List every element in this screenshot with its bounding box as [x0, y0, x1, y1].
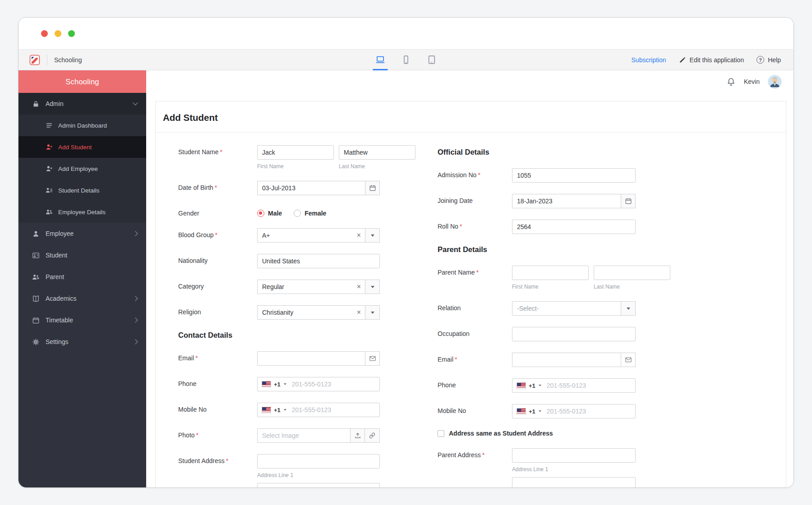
field-label: Phone	[438, 378, 512, 393]
parent-address-line2-input[interactable]	[512, 477, 636, 487]
sidebar-item-label: Add Employee	[58, 165, 98, 172]
same-address-checkbox[interactable]	[438, 430, 444, 437]
sidebar-item-settings[interactable]: Settings	[18, 331, 146, 353]
radio-selected-icon	[257, 210, 264, 217]
admission-no-input[interactable]	[512, 168, 636, 183]
builder-toolbar: Schooling Subscription Edit this applica…	[18, 49, 794, 70]
field-admission-no: Admission No*	[438, 168, 786, 183]
student-mobile-input[interactable]: +1 201-555-0123	[257, 403, 380, 417]
calendar-picker-button[interactable]	[365, 181, 380, 195]
clear-selection-icon[interactable]: ×	[357, 309, 361, 316]
student-address-line1-input[interactable]	[257, 454, 380, 468]
field-nationality: Nationality	[178, 254, 438, 268]
notifications-bell-icon[interactable]	[726, 77, 736, 87]
clear-selection-icon[interactable]: ×	[357, 283, 361, 290]
student-first-name-input[interactable]	[257, 145, 334, 160]
roll-no-input[interactable]	[512, 220, 636, 234]
sidebar-item-add-employee[interactable]: Add Employee	[18, 158, 146, 179]
occupation-input[interactable]	[512, 327, 636, 341]
clear-selection-icon[interactable]: ×	[357, 232, 361, 239]
email-icon-segment	[365, 351, 380, 366]
traffic-lights	[41, 30, 75, 37]
help-label: Help	[768, 56, 781, 64]
pencil-icon	[679, 56, 686, 64]
parent-phone-input[interactable]: +1 201-555-0123	[512, 378, 636, 393]
field-label: Email*	[438, 353, 512, 367]
sidebar-item-parent[interactable]: Parent	[18, 266, 146, 288]
parent-first-name-input[interactable]	[512, 266, 589, 280]
sidebar-item-admin-dashboard[interactable]: Admin Dashboard	[18, 115, 146, 136]
gender-female-radio[interactable]: Female	[294, 210, 326, 217]
required-asterisk: *	[226, 457, 228, 464]
required-asterisk: *	[195, 354, 198, 362]
field-joining-date: Joining Date	[438, 194, 786, 208]
sidebar-item-academics[interactable]: Academics	[18, 288, 146, 309]
sidebar-item-admin[interactable]: Admin	[18, 93, 146, 115]
sidebar-item-add-student[interactable]: Add Student	[18, 136, 146, 158]
phone-preview-button[interactable]	[399, 50, 414, 70]
field-occupation: Occupation	[438, 327, 786, 341]
edit-application-button[interactable]: Edit this application	[679, 56, 744, 64]
upload-photo-button[interactable]	[350, 428, 365, 443]
student-phone-input[interactable]: +1 201-555-0123	[257, 377, 380, 391]
chevron-right-icon	[133, 317, 138, 322]
same-address-row: Address same as Student Address	[438, 430, 786, 437]
sidebar-item-timetable[interactable]: Timetable	[18, 309, 146, 331]
country-code: +1	[529, 408, 535, 415]
sidebar-item-student[interactable]: Student	[18, 244, 146, 266]
desktop-preview-button[interactable]	[373, 50, 388, 70]
creator-logo-icon[interactable]	[29, 55, 40, 65]
device-preview-switch	[373, 50, 439, 70]
relation-select[interactable]: -Select-	[512, 301, 621, 316]
required-asterisk: *	[220, 148, 222, 156]
maximize-window-button[interactable]	[68, 30, 75, 37]
tablet-preview-button[interactable]	[424, 50, 439, 70]
dropdown-toggle-button[interactable]	[365, 305, 380, 320]
parent-address-line1-input[interactable]	[512, 448, 636, 463]
field-date-of-birth: Date of Birth*	[178, 181, 438, 195]
caret-down-icon[interactable]	[284, 409, 286, 411]
parent-last-name-input[interactable]	[594, 266, 670, 280]
date-of-birth-input[interactable]	[257, 181, 365, 195]
user-avatar[interactable]	[768, 75, 782, 89]
last-name-hint: Last Name	[339, 163, 415, 170]
close-window-button[interactable]	[41, 30, 48, 37]
student-last-name-input[interactable]	[339, 145, 415, 160]
category-select[interactable]: Regular ×	[257, 280, 365, 294]
form-card: Add Student Student Name*	[155, 101, 786, 487]
subscription-link[interactable]: Subscription	[632, 56, 666, 64]
photo-filename-input[interactable]	[257, 428, 350, 443]
sidebar-item-student-details[interactable]: Student Details	[18, 179, 146, 201]
field-student-address: Student Address* Address Line 1	[178, 454, 438, 487]
parent-mobile-input[interactable]: +1 201-555-0123	[512, 404, 636, 418]
dropdown-toggle-button[interactable]	[621, 301, 636, 316]
page-title: Add Student	[156, 101, 786, 133]
minimize-window-button[interactable]	[55, 30, 61, 37]
caret-down-icon[interactable]	[539, 385, 541, 386]
gender-male-radio[interactable]: Male	[257, 210, 282, 217]
calendar-picker-button[interactable]	[621, 194, 636, 208]
address-line1-hint: Address Line 1	[257, 472, 380, 478]
field-label: Joining Date	[438, 194, 512, 208]
field-category: Category Regular ×	[178, 280, 438, 294]
sidebar-item-employee[interactable]: Employee	[18, 223, 146, 244]
photo-link-button[interactable]	[365, 428, 380, 443]
religion-select[interactable]: Christianity ×	[257, 305, 365, 320]
sidebar-item-employee-details[interactable]: Employee Details	[18, 201, 146, 223]
dashboard-icon	[46, 122, 53, 129]
dropdown-toggle-button[interactable]	[365, 280, 380, 294]
student-email-input[interactable]	[257, 351, 365, 366]
sidebar-item-label: Student Details	[58, 187, 100, 194]
form-column-right: Official Details Admission No* Joining D…	[438, 145, 786, 487]
joining-date-input[interactable]	[512, 194, 621, 208]
student-address-line2-input[interactable]	[257, 483, 380, 487]
caret-down-icon[interactable]	[539, 410, 541, 412]
parent-email-input[interactable]	[512, 353, 621, 367]
help-button[interactable]: ? Help	[757, 56, 781, 64]
nationality-input[interactable]	[257, 254, 380, 268]
blood-group-select[interactable]: A+ ×	[257, 228, 365, 243]
calendar-icon	[625, 197, 632, 205]
field-roll-no: Roll No*	[438, 220, 786, 234]
caret-down-icon[interactable]	[284, 383, 286, 385]
dropdown-toggle-button[interactable]	[365, 228, 380, 243]
